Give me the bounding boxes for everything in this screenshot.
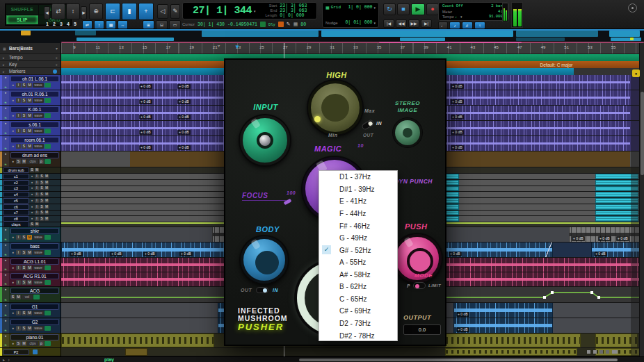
track-view-selector[interactable]: clps	[27, 341, 38, 346]
dropdown-item-ds2[interactable]: D#2 - 78Hz	[319, 329, 397, 342]
track-rec-button[interactable]: ●	[10, 98, 15, 103]
record-enable-icon[interactable]: ●	[5, 288, 7, 291]
audio-clip[interactable]	[446, 180, 459, 186]
audio-clip[interactable]	[446, 192, 459, 197]
stop-button[interactable]: ■	[397, 3, 410, 15]
track-mute-button[interactable]: M	[45, 199, 49, 203]
track-header-acg[interactable]: ●≋ACGSMvol	[0, 287, 61, 303]
record-enable-icon[interactable]: ●	[5, 122, 7, 125]
high-in-out-toggle[interactable]	[361, 119, 375, 131]
nudge-value[interactable]: 0| 01| 000	[345, 20, 372, 25]
vertical-scrollbar-thumb[interactable]	[641, 92, 644, 175]
record-enable-icon[interactable]: ●	[5, 91, 7, 94]
zoom-v-small-button[interactable]: ↕	[94, 20, 104, 29]
track-name[interactable]: c4	[3, 192, 29, 197]
track-solo-button[interactable]: S	[22, 250, 26, 255]
body-knob[interactable]	[241, 236, 288, 283]
dropdown-item-ds1[interactable]: D#1 - 39Hz	[319, 183, 397, 196]
meter-button[interactable]: ♬	[462, 22, 473, 29]
nav-right-button[interactable]: ▸	[81, 6, 87, 19]
grid-value[interactable]: 1| 0| 000	[348, 5, 372, 10]
track-rec-button[interactable]: ●	[10, 250, 15, 255]
track-header-p2[interactable]: P2	[0, 348, 61, 356]
ruler-options-icon[interactable]: ▾	[56, 46, 58, 51]
ruler-name-key[interactable]: ▸ Key +	[0, 61, 61, 68]
track-name[interactable]: K.06.1	[10, 106, 59, 113]
clip-gain-label[interactable]: + 0 dB	[177, 84, 191, 89]
track-view-selector[interactable]: wave	[33, 144, 44, 149]
track-name[interactable]: G1	[10, 304, 59, 310]
track-mute-button[interactable]: M	[22, 159, 26, 164]
track-input-button[interactable]: I	[16, 129, 21, 133]
track-solo-button[interactable]: S	[40, 192, 44, 197]
track-mute-button[interactable]: M	[27, 144, 32, 149]
track-header-shkr[interactable]: ●≋shkr●ISMwave	[0, 227, 61, 242]
track-header-c5[interactable]: c5●ISM	[0, 198, 61, 204]
audio-clip[interactable]	[446, 216, 459, 222]
play-button[interactable]: ▶	[411, 3, 425, 15]
clip-gain-label[interactable]: + 0 dB	[449, 252, 462, 256]
track-rec-button[interactable]: ●	[10, 83, 15, 88]
track-header-c2[interactable]: c2●ISM	[0, 180, 61, 186]
record-enable-icon[interactable]: ●	[5, 137, 7, 140]
track-view-selector[interactable]: wave	[33, 311, 44, 315]
mini-transport-icons[interactable]	[587, 350, 618, 354]
track-rec-button[interactable]: ●	[10, 341, 15, 346]
track-rec-button[interactable]: ●	[10, 326, 15, 331]
track-elastic-chip[interactable]	[45, 159, 51, 164]
selection-small-button[interactable]: ↔	[118, 20, 128, 29]
bottom-left-icon[interactable]: ▸	[3, 357, 5, 362]
track-mute-button[interactable]: M	[27, 280, 32, 285]
track-mute-button[interactable]: M	[27, 250, 32, 255]
dropdown-item-cs[interactable]: C# - 69Hz	[319, 305, 397, 318]
tempo-arrow-icon[interactable]: ▸	[3, 56, 5, 60]
elastic-audio-icon[interactable]: ≋	[4, 116, 6, 120]
zoom-preset-4[interactable]: 4	[67, 22, 70, 26]
dropdown-item-b[interactable]: B - 62Hz	[319, 281, 397, 293]
track-playlist-button[interactable]: p	[39, 159, 44, 164]
track-solo-button[interactable]: S	[22, 326, 26, 331]
mirrored-midi-button[interactable]: ▭	[169, 20, 181, 29]
clip-gain-label[interactable]: + 0 dB	[70, 252, 83, 256]
track-name[interactable]: P2	[3, 349, 29, 355]
clip-gain-label[interactable]: + 0 dB	[139, 99, 152, 104]
track-view-selector[interactable]: wave	[33, 129, 44, 133]
clip-gain-label[interactable]: + 0 dB	[177, 130, 191, 135]
track-solo-button[interactable]: S	[22, 280, 26, 285]
track-solo-button[interactable]: S	[40, 199, 44, 203]
zoom-preset-5[interactable]: 5	[74, 22, 77, 26]
track-solo-button[interactable]: S	[40, 211, 44, 215]
track-input-button[interactable]: I	[35, 211, 39, 215]
tempo-add-icon[interactable]: +	[55, 56, 58, 60]
dropdown-item-e[interactable]: E - 41Hz	[319, 195, 397, 208]
clip-gain-label[interactable]: + 0 dB	[139, 84, 152, 89]
track-input-button[interactable]: I	[35, 181, 39, 185]
audio-clip[interactable]	[438, 121, 630, 135]
track-solo-button[interactable]: S	[16, 341, 21, 346]
track-name[interactable]: shkr	[10, 228, 59, 234]
audio-clip[interactable]	[61, 334, 214, 347]
track-solo-button[interactable]: S	[40, 217, 44, 221]
track-header-acg-r1-01[interactable]: ●≋ACG R1.01●ISMwave	[0, 272, 61, 287]
pencil-mini-icon[interactable]: ✎	[287, 22, 291, 27]
track-mute-button[interactable]: M	[16, 295, 21, 299]
clip-gain-label[interactable]: + 0 dB	[451, 145, 464, 150]
track-header-drum-sub[interactable]: drum subSM	[0, 167, 61, 174]
track-name[interactable]: drum ad ens	[10, 152, 59, 158]
zoom-h-small-button[interactable]: ⇄	[82, 20, 92, 29]
markers-clock-icon[interactable]	[53, 69, 57, 74]
dropdown-item-gs[interactable]: G# - 52Hz✓	[319, 244, 397, 256]
ruler-name-bars-beats[interactable]: ▦ Bars|Beats ▾	[0, 43, 61, 54]
high-knob[interactable]	[308, 81, 362, 135]
track-view-selector[interactable]: wave	[33, 326, 44, 331]
track-name[interactable]: G2	[10, 319, 59, 325]
track-name[interactable]: c6	[3, 204, 29, 210]
record-enable-icon[interactable]: ●	[5, 243, 7, 247]
clip-gain-label[interactable]: + 0 dB	[143, 252, 156, 256]
track-name[interactable]: ACG	[10, 288, 59, 294]
elastic-audio-icon[interactable]: ≋	[4, 163, 6, 166]
clip-gain-label[interactable]: + 0 dB	[598, 236, 611, 241]
record-enable-icon[interactable]: ●	[5, 152, 7, 156]
clip-gain-label[interactable]: + 0 dB	[177, 99, 191, 104]
nav-left-button[interactable]: ◂	[44, 6, 50, 19]
